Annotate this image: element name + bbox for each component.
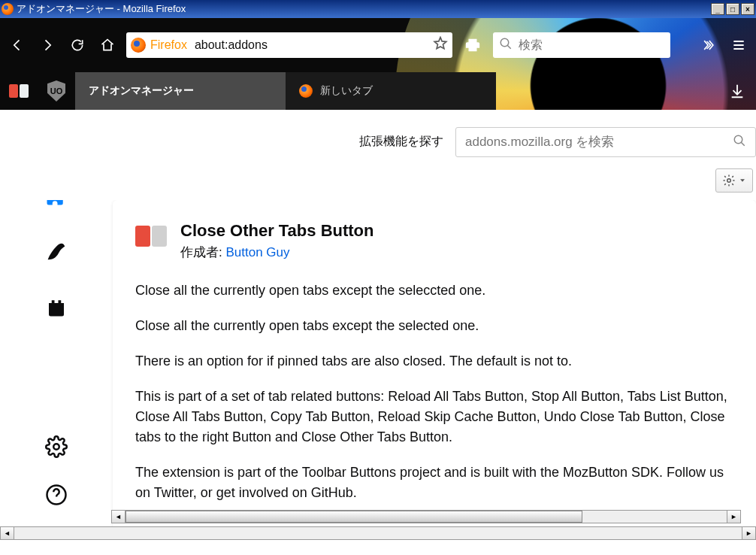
sidebar-extensions[interactable]	[41, 200, 71, 211]
extension-detail: Close Other Tabs Button 作成者: Button Guy …	[113, 200, 756, 540]
chevron-down-icon	[739, 177, 746, 184]
search-input[interactable]	[519, 38, 664, 52]
window-title: アドオンマネージャー - Mozilla Firefox	[17, 2, 186, 16]
svg-point-3	[53, 444, 59, 450]
svg-point-0	[500, 38, 509, 47]
scroll-thumb[interactable]	[125, 511, 582, 523]
forward-button[interactable]	[36, 34, 59, 56]
search-bar[interactable]	[493, 32, 670, 58]
amo-search-box[interactable]	[455, 127, 756, 157]
downloads-button[interactable]	[718, 72, 756, 110]
tab-strip: UO アドオンマネージャー 新しいタブ	[0, 72, 756, 110]
identity-firefox-icon	[131, 38, 146, 53]
search-icon	[499, 37, 513, 53]
sidebar-themes[interactable]	[41, 236, 71, 266]
extension-author: 作成者: Button Guy	[180, 244, 374, 261]
category-sidebar	[0, 200, 113, 540]
gear-icon	[722, 174, 736, 187]
tab-new-tab[interactable]: 新しいタブ	[286, 72, 496, 110]
scroll-left-button[interactable]: ◄	[1, 527, 14, 539]
nav-toolbar: Firefox about:addons	[0, 18, 756, 72]
bookmark-star-icon[interactable]	[433, 36, 448, 54]
svg-point-1	[734, 135, 742, 144]
sidebar-settings[interactable]	[41, 432, 71, 462]
scroll-right-button[interactable]: ►	[742, 527, 755, 539]
app-menu-button[interactable]	[727, 34, 750, 56]
url-text: about:addons	[195, 38, 433, 52]
home-button[interactable]	[96, 34, 119, 56]
pinned-tab-1[interactable]	[0, 72, 38, 110]
minimize-button[interactable]: _	[711, 3, 724, 15]
scroll-left-button[interactable]: ◄	[112, 511, 125, 523]
scroll-right-button[interactable]: ►	[727, 511, 740, 523]
firefox-icon	[2, 3, 14, 15]
svg-point-2	[727, 179, 731, 183]
sidebar-plugins[interactable]	[41, 292, 71, 322]
author-link[interactable]: Button Guy	[225, 245, 289, 259]
reload-button[interactable]	[66, 34, 89, 56]
books-icon	[9, 84, 29, 98]
overflow-button[interactable]	[697, 34, 720, 56]
extension-icon	[135, 226, 167, 248]
back-button[interactable]	[6, 34, 29, 56]
extension-name: Close Other Tabs Button	[180, 221, 374, 241]
sidebar-help[interactable]	[41, 480, 71, 510]
tab-label: 新しいタブ	[320, 84, 373, 98]
print-button[interactable]	[460, 32, 485, 58]
outer-horizontal-scrollbar[interactable]: ◄ ►	[0, 526, 756, 540]
amo-search-row: 拡張機能を探す	[0, 120, 756, 164]
tab-label: アドオンマネージャー	[89, 84, 194, 98]
url-brand: Firefox	[150, 38, 187, 52]
tab-addons-manager[interactable]: アドオンマネージャー	[75, 72, 286, 110]
close-window-button[interactable]: ×	[741, 3, 754, 15]
url-bar[interactable]: Firefox about:addons	[126, 32, 452, 58]
window-titlebar: アドオンマネージャー - Mozilla Firefox _ □ ×	[0, 0, 756, 18]
amo-search-input[interactable]	[465, 135, 733, 150]
extension-description: Close all the currently open tabs except…	[135, 281, 733, 503]
search-icon	[733, 134, 746, 150]
amo-search-label: 拡張機能を探す	[359, 134, 443, 150]
ublock-icon: UO	[47, 80, 65, 102]
firefox-tab-icon	[299, 84, 313, 98]
inner-horizontal-scrollbar[interactable]: ◄ ►	[111, 510, 741, 523]
tools-menu-button[interactable]	[715, 168, 753, 193]
addons-manager-page: 拡張機能を探す Clos	[0, 110, 756, 540]
pinned-tab-ublock[interactable]: UO	[38, 72, 75, 110]
maximize-button[interactable]: □	[726, 3, 739, 15]
